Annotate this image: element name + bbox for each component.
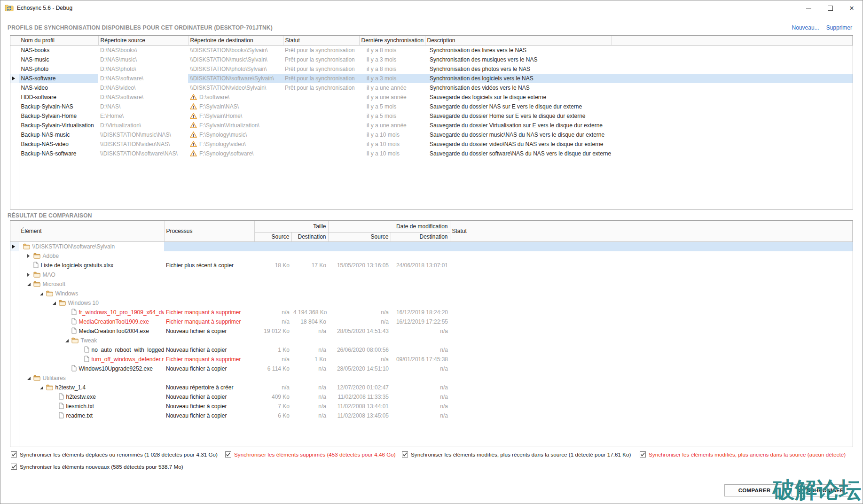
comparison-row[interactable]: h2testw.exeNouveau fichier à copier409 K…	[10, 392, 853, 402]
col-header-processus[interactable]: Processus	[164, 221, 254, 241]
expand-arrow-expanded-icon[interactable]	[40, 292, 43, 295]
col-header-derniere-synchronisation[interactable]: Dernière synchronisation	[359, 36, 425, 45]
col-header-repertoire-destination[interactable]: Répertoire de destination	[188, 36, 283, 45]
folder-icon	[33, 253, 40, 259]
expand-arrow-expanded-icon[interactable]	[27, 283, 31, 286]
date-source-cell: 11/02/2008 13:45:05	[328, 411, 391, 420]
profile-empty-cell	[612, 93, 853, 102]
sync-option-checkbox[interactable]: Synchroniser les éléments nouveaux (585 …	[11, 464, 183, 470]
row-selector-cell	[10, 74, 19, 83]
profile-row[interactable]: NAS-musicD:\NAS\music\\\DISKSTATION\musi…	[10, 55, 853, 64]
profile-name-cell: NAS-books	[19, 45, 98, 55]
comparison-row[interactable]: Utilitaires	[10, 373, 853, 383]
comparison-row[interactable]: Windows10Upgrade9252.exeNouveau fichier …	[10, 364, 853, 373]
profile-row[interactable]: Backup-Sylvain-NASD:\NAS\!F:\Sylvain\NAS…	[10, 102, 853, 111]
comparison-row[interactable]: Liste de logiciels gratuits.xlsxFichier …	[10, 261, 853, 270]
profile-row[interactable]: NAS-photoD:\NAS\photo\\\DISKSTATION\phot…	[10, 64, 853, 74]
maximize-icon	[828, 6, 833, 11]
sync-option-checkbox[interactable]: Synchroniser les éléments déplacés ou re…	[11, 451, 218, 457]
element-cell: MAO	[19, 270, 164, 279]
profile-row[interactable]: Backup-NAS-software\\DISKSTATION\softwar…	[10, 149, 853, 158]
comparison-row[interactable]: MAO	[10, 270, 853, 279]
svg-text:!: !	[193, 105, 194, 109]
col-header-statut[interactable]: Statut	[283, 36, 359, 45]
col-header-description[interactable]: Description	[425, 36, 612, 45]
sync-option-checkbox[interactable]: Synchroniser les éléments modifiés, plus…	[402, 451, 631, 457]
profile-source-cell: D:\NAS\video\	[98, 83, 188, 93]
element-cell: h2testw_1.4	[19, 383, 164, 392]
expand-arrow-expanded-icon[interactable]	[40, 386, 43, 389]
comparison-row[interactable]: Adobe	[10, 251, 853, 261]
comparison-row[interactable]: no_auto_reboot_with_logged_o...Nouveau f…	[10, 345, 853, 355]
comparison-row[interactable]: MediaCreationTool2004.exeNouveau fichier…	[10, 326, 853, 336]
profile-status-cell	[283, 149, 359, 158]
col-header-date-destination[interactable]: Destination	[391, 232, 450, 241]
profile-source-cell: D:\NAS\software\	[98, 74, 188, 83]
process-cell	[164, 298, 254, 308]
expand-arrow-collapsed-icon[interactable]	[27, 273, 30, 277]
profile-row[interactable]: Backup-NAS-music\\DISKSTATION\music\NAS\…	[10, 130, 853, 140]
element-label: Adobe	[43, 253, 59, 259]
sync-option-label: Synchroniser les éléments modifiés, plus…	[411, 451, 631, 457]
profile-row[interactable]: NAS-softwareD:\NAS\software\\\DISKSTATIO…	[10, 74, 853, 83]
expand-arrow-expanded-icon[interactable]	[65, 339, 69, 342]
comparison-row[interactable]: Windows 10	[10, 298, 853, 308]
expand-arrow-collapsed-icon[interactable]	[27, 254, 30, 258]
size-source-cell	[254, 251, 291, 261]
col-header-element[interactable]: Élément	[19, 221, 164, 241]
comparison-row[interactable]: \\DISKSTATION\software\Sylvain	[10, 241, 853, 251]
profile-name-cell: Backup-Sylvain-NAS	[19, 102, 98, 111]
new-profile-link[interactable]: Nouveau...	[792, 24, 819, 31]
profile-empty-cell	[612, 45, 853, 55]
profile-row[interactable]: Backup-Sylvain-HomeE:\Home\!F:\Sylvain\H…	[10, 111, 853, 121]
comparison-row[interactable]: fr_windows_10_pro_1909_x64_dvd.isoFichie…	[10, 308, 853, 317]
col-header-repertoire-source[interactable]: Répertoire source	[98, 36, 188, 45]
size-destination-cell: n/a	[291, 326, 328, 336]
element-cell: MediaCreationTool2004.exe	[19, 326, 164, 336]
size-destination-cell	[291, 289, 328, 298]
comparison-row[interactable]: Microsoft	[10, 279, 853, 289]
date-destination-cell	[391, 298, 450, 308]
svg-text:!: !	[193, 95, 194, 100]
profiles-filler-row	[10, 158, 853, 210]
profile-row[interactable]: NAS-booksD:\NAS\books\\\DISKSTATION\book…	[10, 45, 853, 55]
date-source-cell	[328, 336, 391, 345]
synchronize-button[interactable]: SYNCHRONISER	[792, 484, 851, 496]
sync-option-label: Synchroniser les éléments déplacés ou re…	[20, 451, 218, 457]
col-header-taille-destination[interactable]: Destination	[291, 232, 328, 241]
comparison-row[interactable]: h2testw_1.4Nouveau répertoire à créern/a…	[10, 383, 853, 392]
comparison-row[interactable]: Windows	[10, 289, 853, 298]
date-source-cell	[328, 279, 391, 289]
delete-profile-link[interactable]: Supprimer	[826, 24, 852, 31]
minimize-button[interactable]	[798, 0, 819, 16]
col-header-taille-source[interactable]: Source	[254, 232, 291, 241]
profile-row[interactable]: HDD-softwareD:\NAS\software\!D:\software…	[10, 93, 853, 102]
comparison-row[interactable]: turn_off_windows_defender.regFichier man…	[10, 355, 853, 364]
compare-button[interactable]: COMPARER	[724, 484, 785, 496]
element-cell: Windows 10	[19, 298, 164, 308]
expand-arrow-expanded-icon[interactable]	[27, 377, 31, 380]
close-button[interactable]: ✕	[841, 0, 863, 16]
comparison-row[interactable]: Tweak	[10, 336, 853, 345]
comparison-row[interactable]: liesmich.txtNouveau fichier à copier7 Ko…	[10, 402, 853, 411]
date-source-cell: 15/05/2020 13:16:05	[328, 261, 391, 270]
col-header-date-source[interactable]: Source	[328, 232, 391, 241]
sync-option-checkbox[interactable]: Synchroniser les éléments modifiés, plus…	[640, 451, 846, 457]
profile-name-cell: Backup-NAS-software	[19, 149, 98, 158]
profile-row[interactable]: Backup-Sylvain-VirtualisationD:\Virtuali…	[10, 121, 853, 130]
comparison-row[interactable]: readme.txtNouveau fichier à copier6 Kon/…	[10, 411, 853, 420]
profile-row[interactable]: Backup-NAS-video\\DISKSTATION\video\NAS\…	[10, 140, 853, 149]
element-label: Tweak	[81, 337, 97, 344]
status-cell	[450, 402, 498, 411]
warning-icon: !	[190, 122, 197, 128]
sync-option-checkbox[interactable]: Synchroniser les éléments supprimés (453…	[225, 451, 396, 457]
col-header-nom-du-profil[interactable]: Nom du profil	[19, 36, 98, 45]
profile-row[interactable]: NAS-videoD:\NAS\video\\\DISKSTATION\vide…	[10, 83, 853, 93]
comparison-row[interactable]: MediaCreationTool1909.exeFichier manquan…	[10, 317, 853, 326]
profile-empty-cell	[612, 140, 853, 149]
folder-icon	[33, 271, 40, 278]
expand-arrow-expanded-icon[interactable]	[53, 302, 56, 305]
maximize-button[interactable]	[819, 0, 841, 16]
col-header-statut[interactable]: Statut	[450, 221, 498, 241]
profile-status-cell	[283, 111, 359, 121]
